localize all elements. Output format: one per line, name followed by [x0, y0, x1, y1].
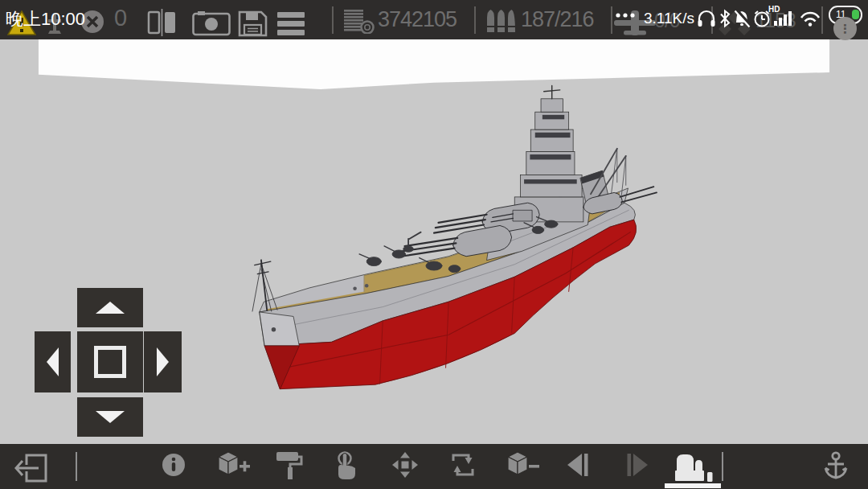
dpad-center-button[interactable] — [77, 331, 143, 392]
wifi-icon — [799, 10, 821, 27]
dpad-down-button[interactable] — [77, 397, 143, 437]
tower-mast — [544, 85, 560, 98]
arrow-up-icon — [96, 302, 125, 314]
battery-charge-nub — [852, 10, 859, 19]
ammo-icon — [485, 8, 518, 34]
anchor-hawse — [272, 327, 276, 331]
battleship-model[interactable] — [252, 85, 657, 388]
ammo-count: 187/216 — [521, 7, 594, 32]
dpad-up-button[interactable] — [77, 288, 143, 327]
arrow-down-icon — [96, 411, 125, 423]
sky — [39, 39, 829, 89]
add-block-button[interactable] — [215, 450, 252, 479]
info-button[interactable] — [159, 450, 188, 479]
net-speed: 3.11K/s — [644, 10, 694, 27]
arrow-left-icon — [47, 347, 59, 376]
redo-button[interactable] — [622, 450, 651, 479]
bow-face-gray — [260, 312, 299, 346]
rotate-button[interactable] — [448, 450, 478, 479]
top-bar: 晚上10:00 0 — [0, 0, 868, 39]
save-icon[interactable] — [238, 10, 268, 37]
capstan — [365, 284, 369, 288]
divider — [722, 452, 723, 481]
active-tool-underline — [665, 483, 721, 488]
paint-button[interactable] — [275, 450, 305, 481]
camera-icon[interactable] — [192, 10, 231, 36]
divider — [821, 6, 823, 34]
turret-tool-button-active[interactable] — [674, 451, 715, 483]
money-count: 3742105 — [378, 7, 457, 32]
arrow-right-icon — [157, 347, 169, 376]
app-screen: 晚上10:00 0 — [0, 0, 868, 489]
money-icon — [342, 8, 376, 34]
square-icon — [94, 346, 126, 378]
mute-icon — [732, 9, 751, 28]
secondary-turret — [513, 210, 532, 221]
divider — [332, 6, 334, 34]
divider — [474, 6, 476, 34]
anchor-button[interactable] — [821, 450, 850, 483]
delete-count: 0 — [114, 5, 127, 31]
divider — [76, 452, 77, 481]
viewport-3d[interactable] — [0, 39, 868, 444]
capstan — [353, 287, 357, 291]
floating-assistant-button[interactable]: ⋮ — [833, 17, 857, 40]
dpad-right-button[interactable] — [144, 331, 182, 392]
headphones-icon — [697, 9, 716, 28]
bottom-toolbar — [0, 444, 868, 489]
clock-time: 晚上10:00 — [6, 7, 85, 31]
dpad-left-button[interactable] — [35, 331, 71, 392]
move-button[interactable] — [391, 450, 420, 479]
menu-icon[interactable] — [276, 11, 307, 37]
undo-button[interactable] — [564, 450, 593, 479]
mirror-icon[interactable] — [147, 9, 179, 36]
remove-block-button[interactable] — [505, 450, 542, 479]
more-notifications-icon — [614, 12, 638, 18]
exit-button[interactable] — [13, 452, 50, 484]
bluetooth-icon — [719, 9, 731, 28]
signal-strength-icon — [774, 11, 795, 27]
touch-button[interactable] — [333, 450, 362, 483]
